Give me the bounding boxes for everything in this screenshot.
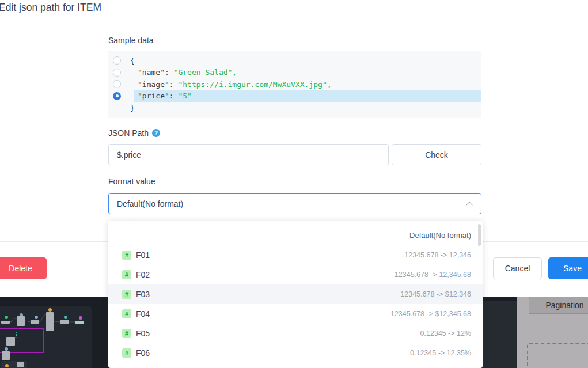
format-option-label: F01 [136, 251, 150, 260]
node-bar [1, 321, 10, 324]
format-option-f06[interactable]: #F060.12345 -> 12.35% [108, 343, 483, 363]
format-select[interactable]: Default(No format) [108, 193, 481, 214]
number-format-icon: # [122, 290, 131, 299]
node-box [2, 351, 10, 360]
number-format-icon: # [122, 348, 131, 358]
node-box [46, 312, 54, 331]
format-option-label: F04 [136, 309, 150, 318]
code-text: "image": "https://i.imgur.com/MwXuVXX.jp… [134, 78, 481, 90]
code-line: } [108, 102, 481, 114]
pagination-label: Pagination [545, 301, 583, 310]
node-box [6, 337, 15, 346]
canvas-nodes [0, 297, 115, 368]
delete-button[interactable]: Delete [0, 257, 47, 279]
number-format-icon: # [122, 251, 131, 260]
radio-cell [113, 56, 122, 65]
node-port-dot [79, 316, 82, 320]
node-box [17, 316, 25, 326]
format-example: 12345.678 -> $12,346 [400, 290, 471, 298]
dialog-title: Edit json path for ITEM [0, 2, 101, 14]
sample-data-block: {"name": "Green Salad","image": "https:/… [108, 51, 481, 118]
format-example: 0.12345 -> 12% [420, 329, 471, 337]
node-port-dot [5, 364, 9, 367]
cancel-button[interactable]: Cancel [493, 257, 542, 279]
format-option-f05[interactable]: #F050.12345 -> 12% [108, 324, 483, 343]
help-icon[interactable]: ? [152, 129, 160, 137]
node-port-dot [64, 316, 67, 319]
json-path-label: JSON Path ? [108, 128, 160, 138]
pagination-widget: Pagination [517, 297, 588, 368]
number-format-icon: # [122, 309, 131, 318]
code-line: "name": "Green Salad", [108, 67, 481, 79]
selected-code-text: "price": "5" [134, 90, 481, 103]
node-port-dot [5, 316, 8, 319]
format-option-f01[interactable]: #F0112345.678 -> 12,346 [108, 245, 483, 265]
code-text: "name": "Green Salad", [134, 67, 481, 79]
code-line: "image": "https://i.imgur.com/MwXuVXX.jp… [108, 78, 481, 90]
format-example: 12345.678 -> 12,346 [404, 251, 471, 259]
format-dropdown-panel: Default(No format) #F0112345.678 -> 12,3… [108, 221, 483, 368]
format-option-label: F05 [136, 329, 150, 338]
node-port-dot [5, 347, 8, 351]
pagination-widget-header: Pagination [529, 297, 588, 314]
code-text: { [130, 55, 481, 67]
node-bar [75, 321, 84, 324]
number-format-icon: # [122, 270, 131, 279]
radio-cell [113, 92, 122, 100]
number-format-icon: # [122, 329, 131, 338]
format-option-label: F02 [136, 270, 150, 279]
format-options-list: #F0112345.678 -> 12,346#F0212345.678 -> … [108, 245, 483, 363]
format-value-label: Format value [108, 177, 155, 186]
check-button[interactable]: Check [392, 144, 481, 165]
format-option-default[interactable]: Default(No format) [108, 225, 483, 245]
pagination-placeholder [527, 343, 588, 368]
code-line: { [108, 55, 481, 67]
format-option-label: F03 [136, 290, 150, 299]
save-button[interactable]: Save [548, 257, 588, 279]
format-example: 12345.678 -> $12,345.68 [390, 310, 471, 318]
format-example: 0.12345 -> 12.35% [410, 349, 471, 357]
format-select-value: Default(No format) [117, 199, 183, 208]
code-text: } [130, 102, 481, 114]
page: Pagination Edit json path for ITEM Sampl… [0, 0, 588, 368]
format-option-label: F06 [136, 348, 150, 358]
chevron-up-icon [466, 202, 472, 208]
code-line: "price": "5" [108, 90, 481, 103]
sample-data-label: Sample data [108, 36, 154, 45]
format-option-f04[interactable]: #F0412345.678 -> $12,345.68 [108, 304, 483, 324]
node-box [60, 320, 69, 324]
sample-line-radio[interactable] [113, 80, 121, 88]
sample-line-radio[interactable] [113, 56, 121, 65]
format-example: 12345.678 -> 12,345.68 [394, 271, 471, 279]
radio-cell [113, 69, 122, 77]
dropdown-notch [128, 221, 136, 225]
node-box [17, 362, 24, 367]
node-box [31, 320, 39, 324]
sample-line-radio[interactable] [113, 92, 121, 100]
dropdown-scrollbar[interactable] [478, 224, 481, 246]
json-path-input[interactable] [108, 144, 389, 165]
node-port-dot [35, 316, 38, 319]
sample-line-radio[interactable] [113, 69, 121, 77]
format-option-f02[interactable]: #F0212345.678 -> 12,345.68 [108, 265, 483, 284]
node-port-dot [48, 308, 52, 312]
radio-cell [113, 80, 122, 88]
format-option-f03[interactable]: #F0312345.678 -> $12,346 [108, 284, 483, 304]
